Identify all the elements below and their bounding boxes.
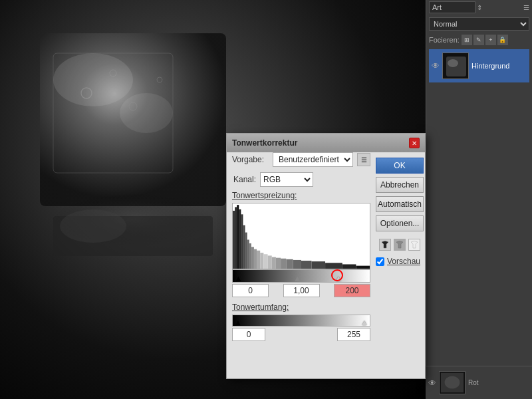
dialog-title: Tonwertkorrektur: [232, 138, 297, 148]
svg-rect-41: [342, 264, 356, 269]
ice-cube-image: [27, 13, 253, 266]
panel-search-row: ⇕ ☰: [426, 0, 532, 15]
dialog-buttons-panel: OK Abbrechen Automatisch Optionen...: [376, 152, 429, 346]
focieren-btn-3[interactable]: +: [485, 35, 496, 45]
white-point-input[interactable]: 200: [334, 284, 370, 297]
bottom-layer-name: Rot: [468, 379, 479, 386]
kanal-row: Kanal: RGB: [232, 172, 370, 187]
white-eyedropper[interactable]: [408, 239, 420, 251]
svg-point-13: [448, 59, 458, 67]
layer-search-input[interactable]: [429, 1, 475, 13]
focieren-btn-4[interactable]: 🔒: [497, 35, 508, 45]
options-button[interactable]: Optionen...: [376, 215, 424, 231]
focieren-btn-1[interactable]: ⊞: [462, 35, 472, 45]
gray-eyedropper[interactable]: [394, 239, 406, 251]
blend-mode-select[interactable]: Normal: [429, 17, 529, 31]
svg-rect-18: [233, 211, 235, 269]
eyedropper-row: [376, 239, 424, 251]
output-min-input[interactable]: 0: [232, 328, 265, 341]
svg-point-1: [53, 53, 133, 106]
svg-rect-12: [446, 57, 466, 76]
svg-point-10: [60, 209, 126, 243]
layer-name-label: Hintergrund: [471, 62, 509, 70]
panel-options-icon[interactable]: ☰: [523, 4, 529, 11]
black-eyedropper[interactable]: [379, 239, 391, 251]
svg-rect-30: [260, 253, 263, 269]
dialog-titlebar: Tonwertkorrektur ✕: [227, 134, 425, 152]
output-max-input[interactable]: 255: [337, 328, 370, 341]
black-point-handle[interactable]: ▲: [234, 274, 243, 283]
layer-thumbnail: [442, 53, 469, 79]
output-white-handle[interactable]: ▲: [360, 319, 368, 327]
svg-rect-39: [311, 261, 325, 269]
svg-rect-33: [272, 257, 276, 269]
svg-rect-26: [249, 243, 251, 269]
focieren-icons: ⊞ ✎ + 🔒: [462, 35, 508, 45]
svg-rect-21: [239, 209, 241, 269]
gamma-handle[interactable]: ▲: [293, 274, 302, 283]
output-slider-track[interactable]: ▲ ▲: [232, 315, 370, 327]
vorschau-checkbox[interactable]: [376, 257, 384, 266]
svg-rect-37: [293, 260, 301, 269]
vorgabe-label: Vorgabe:: [232, 155, 269, 164]
focieren-btn-2[interactable]: ✎: [473, 35, 484, 45]
svg-rect-25: [247, 239, 249, 269]
bottom-layer-strip[interactable]: 👁 Rot: [426, 366, 532, 399]
bottom-visibility-icon[interactable]: 👁: [428, 378, 436, 388]
svg-rect-32: [268, 255, 272, 269]
svg-rect-34: [276, 258, 281, 269]
svg-rect-38: [301, 261, 311, 269]
svg-rect-19: [235, 207, 237, 269]
histogram-display: [232, 203, 370, 269]
svg-rect-24: [245, 233, 247, 269]
tonwertspreizung-label: Tonwertspreizung:: [232, 191, 370, 200]
white-point-handle[interactable]: ▲: [334, 274, 342, 283]
dialog-close-button[interactable]: ✕: [409, 138, 420, 148]
tonwertspreizung-section: Tonwertspreizung:: [232, 191, 370, 297]
search-arrows: ⇕: [477, 4, 482, 11]
ok-button[interactable]: OK: [376, 158, 424, 174]
tonwertumfang-section: Tonwertumfang: ▲ ▲ 0 255: [232, 303, 370, 341]
right-panel: ⇕ ☰ Normal Focieren: ⊞ ✎ + 🔒 👁 Hintergru…: [426, 0, 532, 399]
output-values-row: 0 255: [232, 328, 370, 341]
input-slider-track[interactable]: ▲ ▲ ▲: [232, 269, 370, 283]
svg-rect-27: [251, 247, 254, 269]
dialog-main-content: Vorgabe: Benutzerdefiniert ☰ Kanal: RGB …: [227, 152, 425, 346]
vorschau-label: Vorschau: [387, 257, 420, 266]
svg-rect-22: [241, 214, 243, 269]
svg-point-2: [120, 93, 173, 133]
layer-visibility-icon[interactable]: 👁: [432, 61, 440, 70]
svg-rect-40: [325, 263, 342, 269]
gamma-input[interactable]: 1,00: [283, 284, 320, 297]
kanal-label: Kanal:: [233, 175, 256, 184]
svg-point-16: [445, 376, 460, 389]
vorgabe-row: Vorgabe: Benutzerdefiniert ☰: [232, 152, 370, 167]
black-point-input[interactable]: 0: [232, 284, 269, 297]
svg-rect-20: [237, 205, 239, 269]
blend-mode-row: Normal: [426, 15, 532, 33]
output-black-handle[interactable]: ▲: [234, 319, 242, 327]
svg-rect-29: [257, 251, 260, 269]
vorschau-row: Vorschau: [376, 257, 424, 266]
svg-rect-35: [281, 259, 286, 269]
focieren-row: Focieren: ⊞ ✎ + 🔒: [426, 33, 532, 47]
focieren-label: Focieren:: [429, 36, 460, 44]
input-values-row: 0 1,00 200: [232, 284, 370, 297]
tonwertkorrektur-dialog: Tonwertkorrektur ✕ Vorgabe: Benutzerdefi…: [226, 133, 426, 379]
bottom-layer-thumb: [439, 371, 466, 394]
vorgabe-select[interactable]: Benutzerdefiniert: [273, 152, 353, 167]
dialog-left-panel: Vorgabe: Benutzerdefiniert ☰ Kanal: RGB …: [227, 152, 376, 346]
svg-rect-36: [286, 259, 293, 269]
svg-rect-31: [263, 254, 267, 269]
tonwertumfang-label: Tonwertumfang:: [232, 303, 370, 312]
vorgabe-options-btn[interactable]: ☰: [357, 153, 370, 166]
cancel-button[interactable]: Abbrechen: [376, 177, 424, 193]
layer-row[interactable]: 👁 Hintergrund: [429, 49, 529, 82]
auto-button[interactable]: Automatisch: [376, 196, 424, 212]
svg-rect-28: [254, 249, 257, 269]
kanal-select[interactable]: RGB: [260, 172, 313, 187]
svg-rect-23: [243, 225, 245, 269]
svg-rect-42: [356, 266, 370, 269]
